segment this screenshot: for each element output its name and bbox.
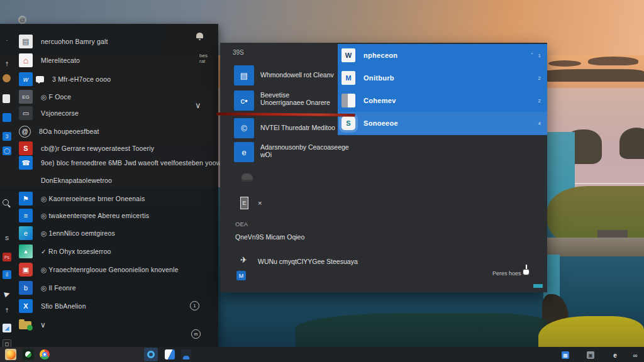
tray-link-icon[interactable]: ∞	[631, 351, 639, 359]
lines-app-icon: ≡	[19, 209, 33, 222]
tray-photo-icon[interactable]: ▣	[587, 351, 594, 359]
side-note-line: rat	[199, 58, 208, 64]
search-icon[interactable]	[3, 199, 9, 206]
edge-ring	[147, 351, 155, 358]
app-list-item[interactable]: @ 8Oa houpeoesfbeat	[19, 124, 99, 139]
app-list-item[interactable]: DonEknapataolewetroo	[19, 173, 112, 188]
context-menu-item[interactable]: Cohemev 2	[338, 89, 547, 112]
app-list-item[interactable]: ▲ ✓ Rn Ohyx toseslerroo	[19, 244, 111, 259]
app-label: Vsjonecorse	[41, 109, 79, 117]
circle-app-icon[interactable]: ◯	[3, 146, 11, 155]
app-list-item[interactable]: ▣ ◎ Yraoechtenrglooue Genoonielion knove…	[19, 262, 179, 277]
laptop-tool-icon[interactable]: c▪	[234, 90, 254, 111]
hand-cursor-palm	[523, 269, 530, 275]
wallpaper-island	[588, 57, 638, 65]
tray-grid-icon[interactable]: ▦	[562, 351, 569, 359]
green-app-glyph	[25, 351, 31, 358]
s-app-icon[interactable]: S	[3, 234, 11, 243]
flyout-item-line: Adarsnousonby Ceacoaseege	[260, 143, 349, 151]
app-label: ◎ F Ooce	[41, 93, 71, 101]
m-app-icon[interactable]: M	[236, 271, 246, 280]
person-icon[interactable]: †	[3, 306, 11, 315]
tile-3-icon[interactable]: 3	[3, 132, 11, 141]
s-red-app-icon: S	[19, 141, 33, 155]
chevron-down-icon[interactable]: ∨	[40, 321, 46, 329]
photos-icon[interactable]: ◢	[3, 324, 11, 332]
mail-icon[interactable]	[164, 349, 175, 360]
app-label: ✓ Rn Ohyx toseslerroo	[41, 248, 111, 255]
wallpaper-headland	[535, 69, 644, 82]
hat-icon[interactable]	[242, 173, 253, 182]
app-label: Sfio BbAnelion	[41, 302, 86, 310]
wallpaper-pier	[545, 238, 644, 256]
app-list-item[interactable]: b ◎ Il Feonre	[19, 280, 76, 295]
chat-bubble-icon	[36, 76, 44, 82]
chrome-wheel	[40, 349, 50, 359]
footer-note: Peres hoes	[492, 270, 521, 277]
paper-plane-icon[interactable]: ▶	[1, 288, 13, 299]
circle-button-1[interactable]: 1	[190, 301, 199, 310]
app-list-item[interactable]: ▤ nercuohon Bamry galt	[19, 34, 108, 49]
at-app-icon: @	[19, 126, 31, 138]
context-menu-item[interactable]: W npheceon ˆ 1	[338, 44, 547, 67]
app-list-item[interactable]: e ◎ 1ennNlico oemtgireos	[19, 226, 115, 241]
context-menu-item[interactable]: M Onitburb 2	[338, 67, 547, 89]
dark-swirl-icon[interactable]	[180, 349, 192, 360]
person-icon[interactable]: †	[3, 60, 11, 69]
app-list-item[interactable]: ▭ Vsjonecorse	[19, 106, 79, 121]
app-list-item[interactable]: ☎ 9oe) bloc frenoedtree 6MB Jwd waeoft v…	[19, 155, 227, 170]
flyout-letter-header: OEA	[235, 221, 248, 228]
context-menu-item[interactable]: S Sonoeeoe 4	[338, 112, 547, 134]
close-icon[interactable]: ×	[258, 199, 262, 207]
app-label: ◎ Il Feonre	[41, 284, 76, 292]
mail-app-icon[interactable]: il	[3, 270, 11, 279]
green-app-icon[interactable]	[23, 349, 34, 360]
chevron-down-icon[interactable]: ∨	[195, 101, 201, 110]
app-folder-item[interactable]: ∨	[19, 317, 46, 332]
chat-tool-icon[interactable]: e	[234, 142, 254, 162]
blue-tile-icon[interactable]	[3, 113, 11, 122]
app-list-item[interactable]: w 3 Mfr-eH7oce oooo	[19, 72, 111, 87]
app-label: ◎ 1ennNlico oemtgireos	[41, 229, 115, 237]
copyright-tool-icon[interactable]: ©	[234, 118, 254, 138]
flyout-item-label[interactable]: NVTEl Thuredatr Meditoo	[260, 124, 335, 131]
flyout-entry[interactable]: QneVn9S Micam Oqieo	[235, 233, 304, 241]
banner-flag-icon[interactable]: E	[240, 197, 248, 209]
bell-icon[interactable]	[196, 33, 203, 38]
app-label: 3 Mfr-eH7oce oooo	[52, 75, 111, 83]
flyout-item-label[interactable]: Beevetise Unoerriganaee Onarere	[260, 91, 330, 106]
item-badge: 4	[538, 121, 541, 126]
dark-swirl-glyph	[181, 349, 191, 359]
app-list-item[interactable]: S cb@)r Gerrare rewyoerateest Tooeriy	[19, 141, 154, 156]
mail-glyph	[165, 349, 175, 359]
app-list-item[interactable]: ⚑ ◎ Kaorreroeinese brner Oneenais	[19, 191, 145, 206]
monitor-tool-icon[interactable]: ▤	[234, 65, 254, 85]
context-item-label: Cohemev	[364, 97, 396, 104]
app-list-item[interactable]: ≡ ◎ twakeenterqree Abereu emicertis	[19, 208, 149, 223]
chrome-icon[interactable]	[39, 349, 50, 360]
folder-shield-icon	[19, 321, 31, 329]
app-list-item[interactable]: X Sfio BbAnelion	[19, 299, 86, 314]
photoshop-icon[interactable]: Ps	[3, 253, 11, 261]
edge-active-icon[interactable]	[144, 348, 158, 361]
firefox-globe	[6, 350, 16, 359]
flyout-section-header: 39S	[233, 49, 244, 56]
flyout-item-line: Beevetise	[260, 91, 330, 99]
monitor-app-icon: ▭	[19, 106, 33, 120]
document-icon[interactable]	[3, 94, 10, 103]
flyout-item-label[interactable]: Whmondowell rot Cleanv	[260, 71, 334, 79]
flyout-item-label[interactable]: WUNu cmyqtCIYYGee Steesuaya	[258, 258, 358, 265]
cookie-icon[interactable]	[3, 74, 11, 82]
app-label: nercuohon Bamry galt	[41, 38, 108, 45]
app-list-item[interactable]: ⌂ Mlerelitecato	[19, 53, 80, 68]
circle-button-2[interactable]: m	[191, 329, 201, 339]
split-doc-icon	[341, 94, 355, 107]
firefox-icon[interactable]	[5, 349, 16, 360]
scrollbar-chip[interactable]	[533, 284, 543, 288]
app-list-item[interactable]: EG ◎ F Ooce	[19, 89, 71, 104]
app-flyout-panel: 39S ▤ Whmondowell rot Cleanv c▪ Beevetis…	[220, 43, 547, 292]
flyout-item-label[interactable]: Adarsnousonby Ceacoaseege wOi	[260, 143, 349, 158]
plane-icon: ✈	[240, 255, 247, 265]
app-label: ◎ Yraoechtenrglooue Genoonielion knovenl…	[41, 266, 179, 273]
tray-edge-icon[interactable]: e	[611, 351, 619, 359]
